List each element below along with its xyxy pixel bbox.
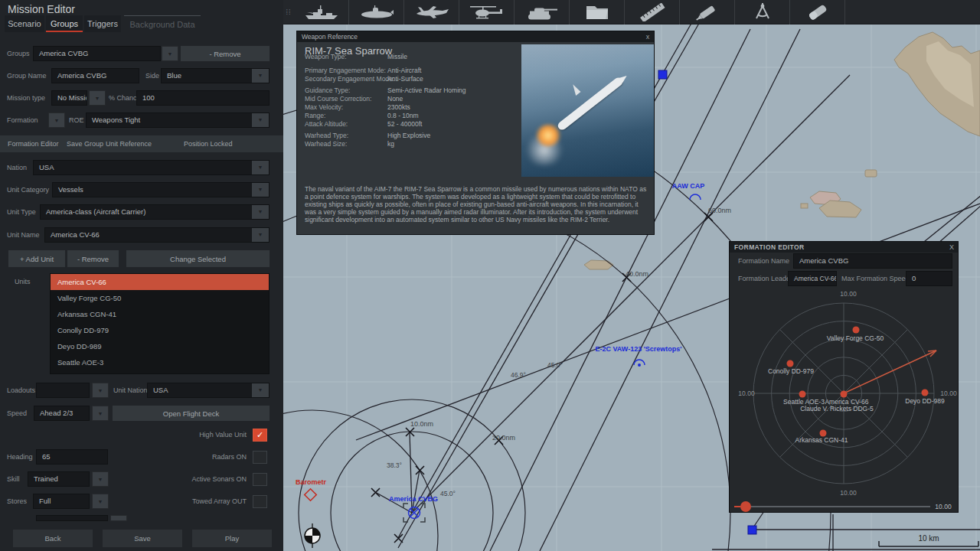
unit-name-select[interactable]: America CV-66 ▼ <box>44 227 270 243</box>
open-flight-deck-button[interactable]: Open Flight Deck <box>113 406 270 421</box>
toolbar-button-warship[interactable] <box>294 0 349 24</box>
unit-toolbar: ⁞⁞ <box>283 0 980 24</box>
change-selected-button[interactable]: Change Selected <box>126 250 270 267</box>
unit-nation-select[interactable]: USA ▼ <box>147 383 270 398</box>
group-name-field[interactable]: America CVBG <box>51 68 139 83</box>
close-button[interactable]: x <box>643 31 652 42</box>
formation-dot-conolly[interactable] <box>787 360 794 367</box>
e2c-label[interactable]: E-2C VAW-123 'Screwtops' <box>596 345 682 353</box>
toolbar-button-compass[interactable] <box>735 0 790 24</box>
active-sonars-on-checkbox[interactable]: ✓ <box>253 473 267 486</box>
chevron-down-icon[interactable]: ▼ <box>252 228 269 242</box>
barometr-marker[interactable] <box>305 489 317 501</box>
weapon-photo <box>521 44 654 177</box>
list-item-unit[interactable]: Conolly DD-979 <box>51 322 269 338</box>
mission-type-dropdown-button[interactable]: ▼ <box>89 90 106 106</box>
loadouts-dropdown-button[interactable]: ▼ <box>92 383 109 398</box>
nav-fix-marker[interactable] <box>305 523 320 548</box>
groups-field[interactable]: America CVBG <box>33 46 161 61</box>
unit-type-select[interactable]: America-class (Aircraft Carrier) ▼ <box>40 204 270 220</box>
formation-dropdown-button[interactable]: ▼ <box>48 112 65 128</box>
formation-unit-label: Conolly DD-979 <box>768 367 814 375</box>
nation-select[interactable]: USA ▼ <box>33 160 270 175</box>
groups-dropdown-button[interactable]: ▼ <box>162 46 178 61</box>
chevron-down-icon[interactable]: ▼ <box>252 205 269 219</box>
chevron-down-icon[interactable]: ▼ <box>252 161 269 174</box>
save-group-button[interactable]: Save Group <box>67 135 103 152</box>
speed-label: Speed <box>7 406 27 421</box>
list-item-unit[interactable]: America CV-66 <box>51 274 269 290</box>
chevron-down-icon[interactable]: ▼ <box>252 69 269 83</box>
formation-leader-field[interactable]: America CV-66 <box>788 271 837 286</box>
stores-field[interactable]: Full <box>33 494 90 509</box>
formation-unit-label: Valley Forge CG-50 <box>827 334 884 342</box>
speed-dropdown-button[interactable]: ▼ <box>92 406 109 421</box>
save-button[interactable]: Save <box>103 530 182 547</box>
toolbar-button-folder[interactable] <box>570 0 625 24</box>
roe-select[interactable]: Weapons Tight ▼ <box>86 112 270 128</box>
marker-pen-icon <box>689 3 726 21</box>
close-button[interactable]: X <box>947 242 956 253</box>
list-item-unit[interactable]: Deyo DD-989 <box>51 338 269 354</box>
unit-name-value: America CV-66 <box>51 230 100 239</box>
remove-unit-button[interactable]: - Remove <box>67 250 119 267</box>
formation-editor-button[interactable]: Formation Editor <box>8 135 59 152</box>
formation-scale-slider-handle[interactable] <box>740 501 751 512</box>
toolbar-button-eraser[interactable] <box>790 0 845 24</box>
remove-group-button[interactable]: - Remove <box>181 46 270 61</box>
chevron-down-icon[interactable]: ▼ <box>252 113 269 127</box>
tab-scenario[interactable]: Scenario <box>5 15 44 32</box>
side-select[interactable]: Blue ▼ <box>161 68 270 83</box>
mission-type-field[interactable]: No Mission <box>51 90 87 106</box>
unit-reference-button[interactable]: Unit Reference <box>106 135 152 152</box>
formation-dot-america[interactable] <box>841 391 848 398</box>
radars-on-checkbox[interactable]: ✓ <box>253 451 267 464</box>
units-label: Units <box>15 274 31 289</box>
speed-field[interactable]: Ahead 2/3 <box>34 406 90 421</box>
list-item-unit[interactable]: Valley Forge CG-50 <box>51 290 269 306</box>
towed-array-out-checkbox[interactable]: ✓ <box>253 495 267 508</box>
skill-field[interactable]: Trained <box>28 471 90 487</box>
skill-dropdown-button[interactable]: ▼ <box>92 471 109 487</box>
group-label-america-cvbg[interactable]: America CVBG <box>389 495 438 503</box>
toolbar-button-helicopter[interactable] <box>459 0 514 24</box>
toolbar-button-tank[interactable] <box>514 0 570 24</box>
chevron-down-icon[interactable]: ▼ <box>252 383 269 397</box>
list-item-unit[interactable]: Seattle AOE-3 <box>51 354 269 370</box>
tab-background-data[interactable]: Background Data <box>124 15 201 32</box>
formation-name-field[interactable]: America CVBG <box>793 253 952 269</box>
max-formation-speed-field[interactable]: 0 <box>906 271 952 286</box>
toolbar-button-aircraft[interactable] <box>404 0 459 24</box>
loadouts-field[interactable] <box>36 383 90 398</box>
chevron-down-icon: ▼ <box>98 411 103 416</box>
position-locked-button[interactable]: Position Locked <box>184 135 233 152</box>
unit-category-select[interactable]: Vessels ▼ <box>52 182 270 197</box>
add-unit-button[interactable]: + Add Unit <box>8 250 65 267</box>
toolbar-button-ruler[interactable] <box>625 0 680 24</box>
toolbar-button-submarine[interactable] <box>349 0 404 24</box>
barometr-label[interactable]: Barometr <box>296 478 326 486</box>
aaw-cap-label[interactable]: AAW CAP <box>672 182 705 190</box>
high-value-unit-checkbox[interactable]: ✓ <box>253 429 267 442</box>
formation-dot-valley-forge[interactable] <box>853 327 860 334</box>
stat-row: Warhead Type:High Explosive <box>305 132 348 140</box>
list-item-unit[interactable]: Arkansas CGN-41 <box>51 306 269 322</box>
stat-row: Attack Altitude:52 - 40000ft <box>305 120 348 129</box>
toolbar-grip[interactable]: ⁞⁞ <box>283 0 294 24</box>
toolbar-button-marker[interactable] <box>680 0 735 24</box>
mission-type-label: Mission type <box>7 90 45 106</box>
formation-dot-seattle[interactable] <box>799 391 806 398</box>
chevron-down-icon[interactable]: ▼ <box>252 183 269 197</box>
chance-field[interactable]: 100 <box>136 90 270 106</box>
side-value: Blue <box>167 71 181 80</box>
formation-dot-deyo[interactable] <box>922 390 929 396</box>
tab-triggers[interactable]: Triggers <box>84 15 121 32</box>
back-button[interactable]: Back <box>13 530 93 547</box>
tab-groups[interactable]: Groups <box>46 15 83 32</box>
scale-label: 10 km <box>918 534 939 543</box>
loadouts-label: Loadouts <box>7 383 35 398</box>
heading-field[interactable]: 65 <box>36 449 108 465</box>
play-button[interactable]: Play <box>192 530 272 547</box>
nation-label: Nation <box>7 160 27 175</box>
stores-dropdown-button[interactable]: ▼ <box>92 494 109 509</box>
